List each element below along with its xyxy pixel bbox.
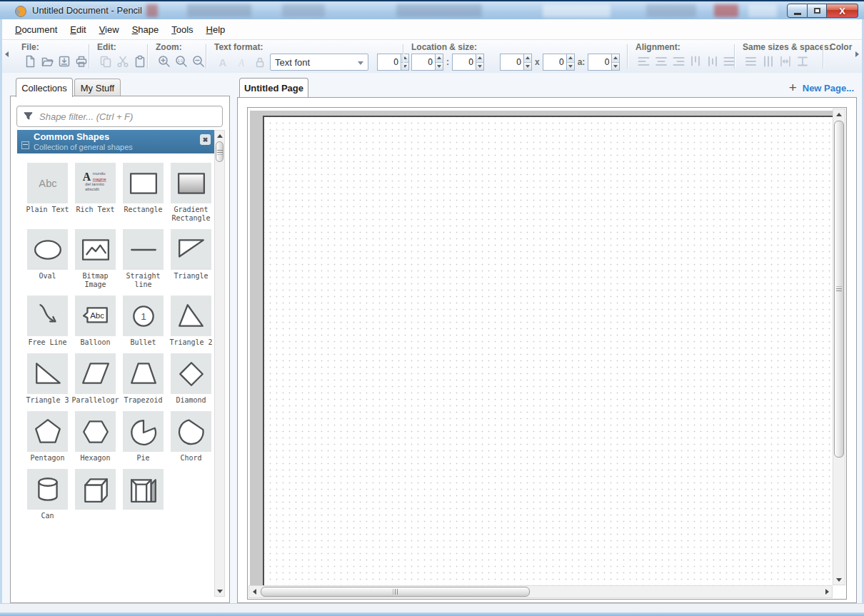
- sidebar-scrollbar-thumb[interactable]: [216, 141, 223, 162]
- spin-down-icon[interactable]: [567, 62, 574, 71]
- scroll-down-icon[interactable]: [833, 575, 845, 585]
- spin-down-icon[interactable]: [612, 62, 619, 71]
- width-value[interactable]: 0: [500, 54, 523, 71]
- shape-tile[interactable]: [123, 411, 164, 452]
- shape-tile[interactable]: [75, 229, 116, 270]
- shape-balloon[interactable]: AbcBalloon: [75, 296, 116, 347]
- spin-down-icon[interactable]: [476, 62, 483, 71]
- menu-help[interactable]: Help: [200, 21, 232, 38]
- canvas-vscroll-thumb[interactable]: [834, 121, 844, 458]
- scroll-down-icon[interactable]: [215, 586, 224, 596]
- align-left-icon[interactable]: [636, 54, 653, 69]
- shape-tile[interactable]: [27, 469, 68, 510]
- shape-filter-input[interactable]: [38, 111, 222, 123]
- shape-rectangle[interactable]: Rectangle: [123, 163, 164, 223]
- tab-collections[interactable]: Collections: [16, 78, 73, 97]
- font-size-stepper[interactable]: 0: [377, 54, 409, 71]
- shape-straight-line[interactable]: Straight line: [123, 229, 164, 289]
- shape-triangle-3[interactable]: Triangle 3: [27, 353, 68, 405]
- align-right-icon[interactable]: [670, 54, 687, 69]
- shape-tile[interactable]: [171, 229, 211, 270]
- shape-tile[interactable]: [123, 353, 164, 394]
- shape-tile[interactable]: [75, 353, 116, 394]
- shape-hexagon[interactable]: Hexagon: [75, 411, 116, 463]
- collection-header[interactable]: Common Shapes Collection of general shap…: [17, 130, 215, 153]
- shape-triangle-2[interactable]: Triangle 2: [171, 296, 211, 347]
- minimize-button[interactable]: [787, 4, 808, 18]
- toolbar-overflow-left-icon[interactable]: [2, 51, 9, 57]
- shape-tile[interactable]: [171, 163, 211, 203]
- zoom-out-icon[interactable]: [190, 54, 207, 69]
- font-size-value[interactable]: 0: [377, 54, 401, 71]
- align-center-icon[interactable]: [653, 54, 670, 69]
- angle-value[interactable]: 0: [588, 54, 611, 71]
- menu-shape[interactable]: Shape: [126, 21, 166, 38]
- print-icon[interactable]: [73, 54, 90, 69]
- scroll-right-icon[interactable]: [822, 586, 832, 597]
- shape-bitmap-image[interactable]: Bitmap Image: [75, 229, 116, 289]
- shape-diamond[interactable]: Diamond: [171, 353, 211, 405]
- shape-tile[interactable]: [75, 469, 116, 510]
- shape-tile[interactable]: [27, 296, 68, 336]
- shape-tile[interactable]: [123, 469, 164, 510]
- shape-tile[interactable]: [27, 229, 68, 270]
- same-horizontal-space-icon[interactable]: [777, 54, 794, 69]
- shape-can[interactable]: Can: [27, 469, 68, 520]
- menu-view[interactable]: View: [93, 21, 126, 38]
- shape-tile[interactable]: [27, 411, 68, 452]
- height-value[interactable]: 0: [543, 54, 566, 71]
- shape-tile[interactable]: Abc: [75, 296, 116, 336]
- shape-tile[interactable]: [27, 353, 68, 394]
- shape-pie[interactable]: Pie: [123, 411, 164, 463]
- shape-chord[interactable]: Chord: [171, 411, 211, 463]
- paste-icon[interactable]: [131, 54, 149, 69]
- shape-trapezoid[interactable]: Trapezoid: [123, 353, 164, 405]
- canvas-hscroll-thumb[interactable]: [261, 587, 530, 597]
- shape-frame-3d[interactable]: [123, 469, 164, 520]
- tab-my-stuff[interactable]: My Stuff: [74, 79, 121, 97]
- shape-tile[interactable]: [171, 411, 211, 452]
- scroll-up-icon[interactable]: [215, 131, 224, 141]
- y-position-value[interactable]: 0: [452, 54, 476, 71]
- shape-tile[interactable]: Abc: [27, 163, 68, 203]
- shape-gradient-rectangle[interactable]: Gradient Rectangle: [171, 163, 211, 223]
- shape-cube[interactable]: [75, 469, 116, 520]
- shape-bullet[interactable]: 1Bullet: [123, 296, 164, 347]
- collapse-collection-icon[interactable]: [21, 141, 29, 149]
- spin-up-icon[interactable]: [524, 54, 531, 62]
- restore-button[interactable]: [808, 4, 827, 18]
- font-family-select[interactable]: Text font: [270, 54, 368, 71]
- canvas-vertical-scrollbar[interactable]: [833, 108, 845, 585]
- same-vertical-space-icon[interactable]: [794, 54, 811, 69]
- new-document-icon[interactable]: [21, 54, 39, 69]
- scroll-up-icon[interactable]: [833, 109, 845, 119]
- close-collection-icon[interactable]: ✖: [200, 134, 211, 145]
- shape-tile[interactable]: 1: [123, 296, 164, 336]
- spin-up-icon[interactable]: [567, 54, 574, 62]
- shape-tile[interactable]: [171, 296, 211, 336]
- shape-triangle[interactable]: Triangle: [171, 229, 211, 289]
- spin-up-icon[interactable]: [612, 54, 619, 62]
- shape-tile[interactable]: [75, 411, 116, 452]
- y-position-stepper[interactable]: 0: [452, 54, 484, 71]
- close-button[interactable]: X: [827, 4, 858, 18]
- x-position-stepper[interactable]: 0: [411, 54, 443, 71]
- x-position-value[interactable]: 0: [411, 54, 435, 71]
- align-bottom-icon[interactable]: [721, 54, 738, 69]
- shape-rich-text[interactable]: Amundumaginedel tannitoabsciditRich Text: [75, 163, 116, 223]
- italic-icon[interactable]: A: [233, 54, 250, 70]
- bold-icon[interactable]: A: [214, 54, 231, 70]
- zoom-in-icon[interactable]: [156, 54, 173, 69]
- copy-icon[interactable]: [97, 54, 114, 69]
- text-style-icon[interactable]: [251, 54, 268, 70]
- shape-tile[interactable]: Amundumaginedel tannitoabscidit: [75, 163, 116, 203]
- shape-tile[interactable]: [123, 163, 164, 203]
- shape-parallelogr[interactable]: Parallelogr: [75, 353, 116, 405]
- drawing-canvas[interactable]: [263, 116, 833, 585]
- cut-icon[interactable]: [114, 54, 131, 69]
- save-icon[interactable]: [56, 54, 73, 69]
- menu-tools[interactable]: Tools: [165, 21, 199, 38]
- shape-tile[interactable]: [171, 353, 211, 394]
- angle-stepper[interactable]: 0: [588, 54, 620, 71]
- shape-filter-box[interactable]: [16, 106, 223, 127]
